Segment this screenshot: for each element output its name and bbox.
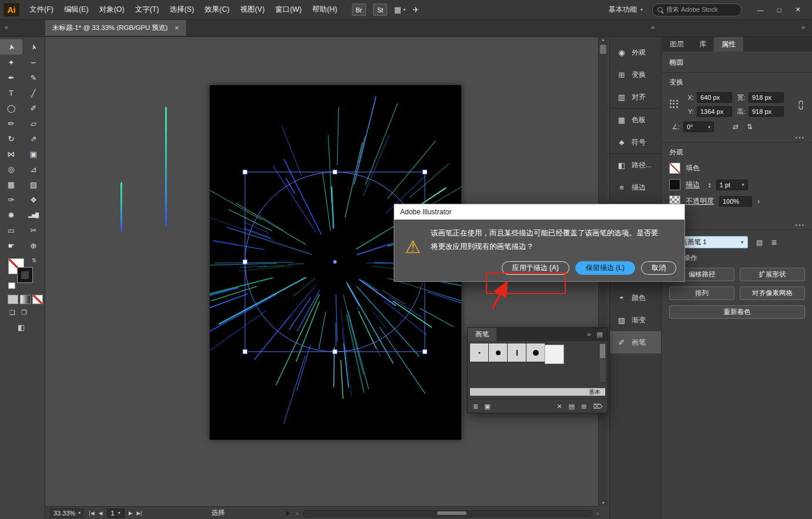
- stroke-color-swatch[interactable]: [18, 268, 32, 282]
- mesh-tool[interactable]: ▦: [0, 177, 22, 192]
- zoom-level-select[interactable]: 33.33%▾: [50, 508, 84, 518]
- quick-action-button[interactable]: 排列: [669, 287, 734, 300]
- shape-builder-tool[interactable]: ◎: [0, 161, 22, 177]
- stock-icon[interactable]: St: [373, 4, 387, 16]
- paper-plane-icon[interactable]: ✈: [412, 5, 419, 14]
- selection-handle[interactable]: [243, 260, 247, 264]
- column-graph-tool[interactable]: ▂▅█: [22, 207, 45, 223]
- symbol-sprayer-tool[interactable]: ✺: [0, 207, 22, 223]
- brushes-panel-tab[interactable]: 画笔: [468, 328, 496, 341]
- selection-handle[interactable]: [423, 350, 427, 354]
- stroke-link[interactable]: 描边: [686, 180, 700, 190]
- constrain-proportions-icon[interactable]: [797, 100, 805, 110]
- remove-brush-stroke-icon[interactable]: ✕: [557, 403, 562, 410]
- pen-tool[interactable]: ✒: [0, 70, 22, 85]
- document-tab[interactable]: 未标题-1* @ 33.33% (RGB/GPU 预览) ×: [45, 19, 187, 36]
- libraries-panel-icon[interactable]: ▣: [484, 403, 490, 410]
- menu-item[interactable]: 文件(F): [24, 0, 59, 19]
- perspective-grid-tool[interactable]: ⊿: [22, 161, 45, 177]
- magic-wand-tool[interactable]: ✦: [0, 55, 22, 70]
- collapse-toolbar-icon[interactable]: «: [5, 23, 8, 31]
- tab-properties[interactable]: 属性: [714, 36, 743, 52]
- rotate-tool[interactable]: ↻: [0, 131, 22, 146]
- reference-point-selector[interactable]: [669, 99, 679, 109]
- curvature-tool[interactable]: ✎: [22, 70, 45, 85]
- brush-swatch[interactable]: [488, 343, 508, 362]
- minimize-button[interactable]: —: [751, 2, 770, 18]
- scroll-down-icon[interactable]: ▼: [599, 501, 608, 505]
- brush-libraries-icon[interactable]: ≣: [771, 238, 777, 247]
- width-field[interactable]: 918 px: [749, 92, 784, 103]
- next-artboard-icon[interactable]: ▶: [129, 510, 133, 516]
- panel-gradient[interactable]: ▨ 渐变: [610, 309, 661, 331]
- none-mode-button[interactable]: [32, 295, 43, 304]
- horizontal-scroll-thumb[interactable]: [437, 511, 467, 515]
- gradient-tool[interactable]: ▨: [22, 177, 45, 192]
- panel-pathfinder[interactable]: ◧ 路径...: [610, 153, 661, 176]
- paintbrush-tool[interactable]: ✐: [22, 100, 45, 116]
- swap-fill-stroke-icon[interactable]: ⇄: [31, 258, 37, 262]
- opacity-field[interactable]: 100%: [719, 196, 752, 207]
- panel-stroke[interactable]: ≡ 描边: [610, 176, 661, 198]
- blend-tool[interactable]: ❖: [22, 192, 45, 207]
- brush-swatch[interactable]: [507, 343, 526, 362]
- menu-item[interactable]: 编辑(E): [59, 0, 94, 19]
- scale-tool[interactable]: ⇗: [22, 131, 45, 146]
- stroke-weight-stepper[interactable]: ▴▾: [709, 182, 711, 188]
- dialog-titlebar[interactable]: Adobe Illustrator: [394, 204, 685, 220]
- eyedropper-tool[interactable]: ✑: [0, 192, 22, 207]
- stroke-weight-field[interactable]: 1 pt▾: [716, 180, 748, 190]
- panel-transform[interactable]: ⊞ 变换: [610, 63, 661, 86]
- tab-libraries[interactable]: 库: [692, 36, 714, 52]
- fill-swatch[interactable]: [669, 163, 680, 174]
- gradient-mode-button[interactable]: [20, 295, 31, 304]
- artboard-tool[interactable]: ▭: [0, 223, 22, 238]
- appearance-more-options[interactable]: •••: [669, 222, 805, 228]
- brushes-scrollbar[interactable]: [599, 343, 606, 383]
- type-tool[interactable]: T: [0, 85, 22, 100]
- quick-action-button[interactable]: 扩展形状: [740, 268, 805, 281]
- selection-handle[interactable]: [243, 350, 247, 354]
- height-field[interactable]: 918 px: [749, 106, 784, 117]
- stroke-swatch[interactable]: [669, 179, 680, 190]
- arrange-documents-icon[interactable]: ▦▾: [394, 5, 405, 14]
- selection-handle[interactable]: [333, 170, 337, 174]
- status-options-icon[interactable]: ▶: [286, 510, 291, 516]
- line-segment-tool[interactable]: ╱: [22, 85, 45, 100]
- keep-strokes-button[interactable]: 保留描边 (L): [575, 261, 635, 275]
- panel-swatches[interactable]: ▦ 色板: [610, 108, 661, 131]
- color-mode-button[interactable]: [8, 295, 18, 304]
- close-button[interactable]: ✕: [788, 2, 807, 18]
- transform-more-options[interactable]: •••: [669, 134, 805, 141]
- slice-tool[interactable]: ✂: [22, 223, 45, 238]
- y-field[interactable]: 1364 px: [697, 106, 732, 117]
- zoom-tool[interactable]: ⊕: [22, 238, 45, 253]
- delete-brush-icon[interactable]: ⌦: [593, 403, 602, 410]
- maximize-button[interactable]: □: [770, 2, 788, 18]
- collapse-strip-icon[interactable]: «: [651, 23, 655, 31]
- lasso-tool[interactable]: ∽: [22, 55, 45, 70]
- ellipse-tool[interactable]: ◯: [0, 100, 22, 116]
- panel-align[interactable]: ▥ 对齐: [610, 86, 661, 108]
- panel-expand-icon[interactable]: »: [587, 331, 590, 338]
- panel-color[interactable]: ◓ 颜色: [610, 287, 661, 309]
- quick-action-button[interactable]: 重新着色: [669, 305, 805, 319]
- brush-swatch[interactable]: [469, 343, 489, 362]
- panel-brushes[interactable]: ✐ 画笔: [610, 331, 661, 353]
- screen-mode-icon[interactable]: ◧: [18, 323, 25, 332]
- tab-layers[interactable]: 图层: [662, 36, 692, 52]
- scroll-up-icon[interactable]: ▲: [599, 38, 608, 42]
- draw-behind-icon[interactable]: ❐: [21, 309, 27, 316]
- eraser-tool[interactable]: ▱: [22, 116, 45, 131]
- x-field[interactable]: 640 px: [697, 92, 732, 103]
- direct-selection-tool[interactable]: ➢: [22, 39, 45, 55]
- menu-item[interactable]: 对象(O): [94, 0, 130, 19]
- workspace-switcher[interactable]: 基本功能▾: [609, 5, 643, 15]
- flip-vertical-icon[interactable]: ⇅: [747, 123, 753, 131]
- free-transform-tool[interactable]: ▣: [22, 146, 45, 161]
- scroll-left-icon[interactable]: ‹: [296, 510, 298, 517]
- hand-tool[interactable]: ☛: [0, 238, 22, 253]
- brush-libraries-icon[interactable]: ≣: [473, 403, 478, 410]
- brush-swatch-selected[interactable]: [545, 345, 564, 364]
- default-fill-stroke-icon[interactable]: [8, 282, 15, 289]
